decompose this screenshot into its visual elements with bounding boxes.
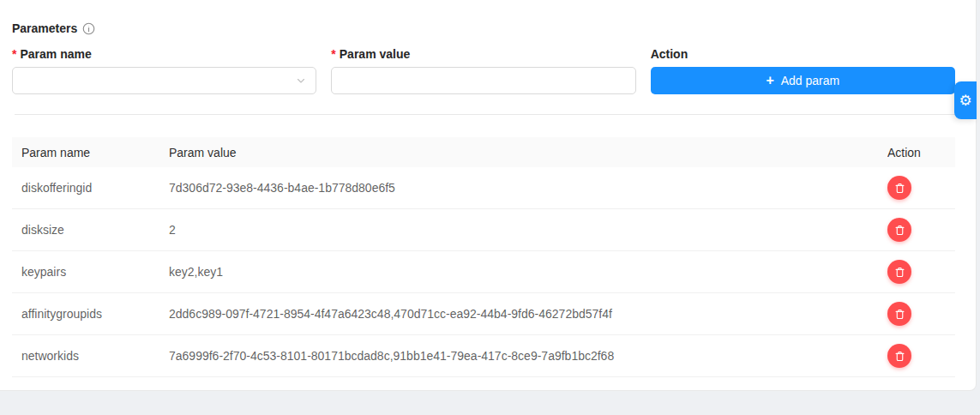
- action-label: Action: [651, 47, 955, 61]
- param-value-cell: 2: [169, 223, 887, 237]
- column-header-param-name: Param name: [21, 146, 169, 159]
- add-param-button-label: Add param: [781, 74, 839, 87]
- column-header-param-value: Param value: [169, 146, 887, 159]
- section-title: Parameters: [12, 21, 77, 35]
- param-name-cell: keypairs: [21, 265, 169, 279]
- table-row: affinitygroupids 2dd6c989-097f-4721-8954…: [12, 293, 955, 335]
- delete-param-button[interactable]: [887, 302, 911, 326]
- required-marker: *: [331, 47, 335, 61]
- table-row: networkids 7a6999f6-2f70-4c53-8101-80171…: [12, 335, 955, 377]
- trash-icon: [893, 224, 906, 237]
- plus-icon: +: [766, 74, 773, 87]
- section-divider: [15, 114, 955, 115]
- trash-icon: [893, 182, 906, 195]
- param-name-cell: networkids: [21, 349, 169, 363]
- param-value-cell: 2dd6c989-097f-4721-8954-4f47a6423c48,470…: [169, 307, 887, 321]
- trash-icon: [893, 266, 906, 279]
- param-value-label: *Param value: [331, 47, 635, 61]
- param-value-input[interactable]: [331, 67, 635, 94]
- param-table-header: Param name Param value Action: [12, 137, 955, 167]
- param-name-cell: disksize: [21, 223, 169, 237]
- param-form: *Param name *Param value: [12, 47, 955, 94]
- table-row: disksize 2: [12, 209, 955, 251]
- gear-icon: ⚙: [959, 92, 971, 110]
- table-row: diskofferingid 7d306d72-93e8-4436-b4ae-1…: [12, 167, 955, 209]
- param-table: Param name Param value Action diskofferi…: [12, 137, 955, 377]
- required-marker: *: [12, 47, 16, 61]
- chevron-down-icon: [296, 75, 306, 86]
- add-param-button[interactable]: + Add param: [651, 67, 955, 94]
- column-header-action: Action: [887, 146, 955, 159]
- info-circle-icon[interactable]: [82, 22, 95, 35]
- delete-param-button[interactable]: [887, 218, 911, 242]
- delete-param-button[interactable]: [887, 260, 911, 284]
- param-value-cell: key2,key1: [169, 265, 887, 279]
- param-name-cell: diskofferingid: [21, 181, 169, 195]
- settings-drawer-toggle[interactable]: ⚙: [954, 81, 977, 119]
- param-name-field: *Param name: [12, 47, 316, 94]
- action-field: Action + Add param: [651, 47, 955, 94]
- delete-param-button[interactable]: [887, 176, 911, 200]
- param-value-cell: 7d306d72-93e8-4436-b4ae-1b778d80e6f5: [169, 181, 887, 195]
- param-name-select[interactable]: [12, 67, 316, 94]
- param-name-label: *Param name: [12, 47, 316, 61]
- section-header: Parameters: [12, 21, 955, 35]
- param-name-cell: affinitygroupids: [21, 307, 169, 321]
- table-row: keypairs key2,key1: [12, 251, 955, 293]
- trash-icon: [893, 350, 906, 363]
- param-table-body: diskofferingid 7d306d72-93e8-4436-b4ae-1…: [12, 167, 955, 377]
- param-value-field: *Param value: [331, 47, 635, 94]
- trash-icon: [893, 308, 906, 321]
- parameters-panel: Parameters *Param name: [0, 0, 977, 391]
- param-value-cell: 7a6999f6-2f70-4c53-8101-80171bcdad8c,91b…: [169, 349, 887, 363]
- delete-param-button[interactable]: [887, 344, 911, 368]
